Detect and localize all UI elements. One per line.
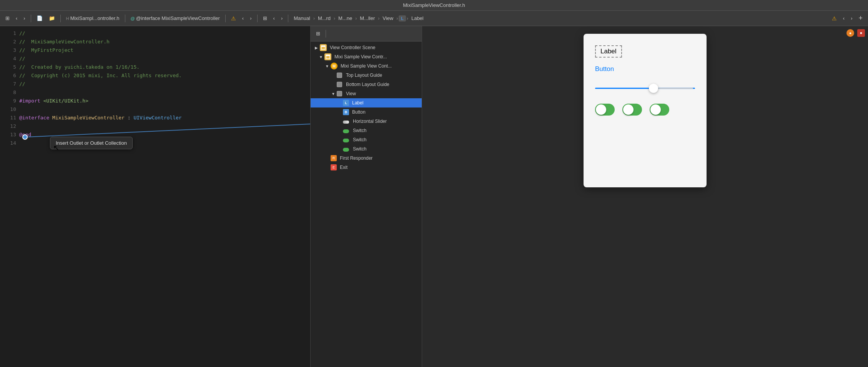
- switch1-icon: [343, 129, 349, 133]
- switch1-row[interactable]: ▶ Switch: [311, 126, 422, 135]
- scene-icon: [320, 44, 327, 51]
- exit-icon: E: [331, 164, 337, 170]
- breadcrumb-nav-next[interactable]: ›: [248, 15, 254, 22]
- folder-btn[interactable]: 📁: [47, 15, 57, 22]
- view-row[interactable]: ▼ View: [311, 89, 422, 98]
- breadcrumb-label[interactable]: Label: [409, 15, 426, 22]
- label-icon: L: [343, 100, 349, 106]
- view-expand-arrow[interactable]: ▼: [331, 91, 336, 96]
- code-line-12: [19, 122, 310, 131]
- controller-inner-icon: M: [331, 63, 338, 69]
- header-file-icon: H: [66, 16, 69, 21]
- slider-thumb: [649, 84, 658, 93]
- preview-area: ● ■ Label Button: [422, 26, 868, 367]
- line-numbers: 12345 678910 11121314: [0, 26, 16, 150]
- scene-expand-arrow[interactable]: ▶: [314, 45, 319, 50]
- button-item-label: Button: [352, 109, 366, 115]
- breadcrumb-mller[interactable]: M...ller: [358, 15, 377, 22]
- switch3-row[interactable]: ▶ Switch: [311, 144, 422, 154]
- breadcrumb-at-interface[interactable]: @ @interface MixiSampleViewController: [128, 15, 222, 22]
- nav-tool-1[interactable]: ⊞: [314, 30, 323, 37]
- toolbar-divider-5: [257, 15, 258, 22]
- code-line-7: //: [19, 80, 310, 88]
- editor-area[interactable]: 12345 678910 11121314 // // MixiSampleVi…: [0, 26, 310, 367]
- label-row[interactable]: ▶ L Label: [311, 98, 422, 107]
- button-row[interactable]: ▶ B Button: [311, 107, 422, 117]
- switch3-icon: [343, 148, 349, 152]
- button-icon: B: [343, 109, 349, 115]
- code-line-4: //: [19, 55, 310, 63]
- outlet-drag-origin[interactable]: [22, 134, 28, 140]
- first-responder-row[interactable]: ▶ R First Responder: [311, 154, 422, 163]
- breadcrumb-mne[interactable]: M...ne: [336, 15, 354, 22]
- warning-icon-left: ⚠: [231, 15, 236, 21]
- title-bar: MixiSampleViewController.h: [0, 0, 868, 11]
- top-layout-row[interactable]: ▶ Top Layout Guide: [311, 71, 422, 80]
- breadcrumb-mrd[interactable]: M...rd: [316, 15, 333, 22]
- bottom-layout-icon: [337, 82, 342, 87]
- bottom-layout-row[interactable]: ▶ Bottom Layout Guide: [311, 80, 422, 89]
- controller-inner-row[interactable]: ▼ M Mixi Sample View Cont...: [311, 61, 422, 71]
- preview-button: Button: [595, 65, 695, 73]
- file-icon-btn[interactable]: 📄: [34, 15, 45, 22]
- code-line-8: [19, 88, 310, 97]
- filename-short: MixiSampl...ontroller.h: [70, 15, 120, 21]
- code-line-10: [19, 105, 310, 114]
- nav-toolbar-divider: [326, 30, 326, 38]
- breadcrumb-l[interactable]: L: [399, 15, 406, 21]
- toolbar-divider-1: [31, 15, 31, 22]
- right-breadcrumb: Manual › M...rd › M...ne › M...ller › Vi…: [291, 15, 828, 22]
- switch2-icon: [343, 139, 349, 142]
- warning-btn-right[interactable]: ⚠: [830, 15, 839, 22]
- warning-btn-left[interactable]: ⚠: [229, 15, 238, 22]
- nav-forward-btn-right[interactable]: ›: [279, 15, 285, 22]
- label-icon-small: L: [401, 16, 404, 21]
- exit-label: Exit: [340, 165, 348, 170]
- controller-inner-arrow[interactable]: ▼: [324, 63, 330, 69]
- view-label: View: [346, 91, 356, 96]
- controller-group-row[interactable]: ▼ Mixi Sample View Contr...: [311, 52, 422, 61]
- nav-next-right[interactable]: ›: [848, 15, 855, 22]
- nav-back-btn-right[interactable]: ‹: [271, 15, 277, 22]
- switch2-row[interactable]: ▶ Switch: [311, 135, 422, 144]
- top-layout-icon: [337, 73, 342, 78]
- breadcrumb-view[interactable]: View: [380, 15, 396, 22]
- slider-row[interactable]: ▶ Horizontal Slider: [311, 117, 422, 126]
- preview-switch-1: [595, 104, 615, 116]
- slider-icon: [343, 121, 349, 124]
- code-line-2: // MixiSampleViewController.h: [19, 38, 310, 46]
- toolbar-divider-4: [225, 15, 226, 22]
- preview-panel: ● ■ Label Button: [422, 26, 868, 367]
- grid-view-btn-right[interactable]: ⊞: [261, 15, 269, 22]
- nav-forward-btn[interactable]: ›: [21, 15, 27, 22]
- code-line-1: //: [19, 29, 310, 38]
- breadcrumb-nav-prev[interactable]: ‹: [240, 15, 246, 22]
- scene-header-row[interactable]: ▶ View Controller Scene: [311, 43, 422, 52]
- outlet-tooltip: Insert Outlet or Outlet Collection: [50, 137, 133, 149]
- view-icon: [337, 91, 342, 96]
- label-item-label: Label: [352, 100, 363, 106]
- nav-tree[interactable]: ▶ View Controller Scene ▼ Mixi Sample Vi…: [311, 41, 422, 367]
- navigator-panel: ⊞ ▶ View Controller Scene ▼ Mixi Sample …: [311, 26, 422, 367]
- iphone-preview: Label Button: [584, 34, 707, 187]
- corner-orange-icon: ●: [846, 29, 854, 37]
- nav-prev-right[interactable]: ‹: [841, 15, 847, 22]
- add-btn[interactable]: +: [856, 13, 865, 23]
- nav-back-btn[interactable]: ‹: [13, 15, 20, 22]
- preview-switch-3: [650, 104, 669, 116]
- preview-switches: [595, 104, 695, 116]
- breadcrumb-manual[interactable]: Manual: [291, 15, 313, 22]
- header-file-btn[interactable]: H MixiSampl...ontroller.h: [64, 15, 122, 22]
- main-toolbar: ⊞ ‹ › 📄 📁 H MixiSampl...ontroller.h @ @i…: [0, 11, 868, 26]
- slider-item-label: Horizontal Slider: [353, 119, 387, 124]
- controller-expand-arrow[interactable]: ▼: [318, 54, 324, 60]
- panel-corner-icons: ● ■: [846, 29, 865, 37]
- grid-view-btn[interactable]: ⊞: [3, 15, 12, 22]
- exit-row[interactable]: ▶ E Exit: [311, 163, 422, 172]
- window-title: MixiSampleViewController.h: [403, 2, 465, 8]
- preview-label: Label: [595, 45, 622, 58]
- code-line-9: #import <UIKit/UIKit.h>: [19, 97, 310, 105]
- code-editor[interactable]: 12345 678910 11121314 // // MixiSampleVi…: [0, 26, 311, 367]
- code-line-5: // Created by yuichi.takeda on 1/16/15.: [19, 63, 310, 71]
- at-interface-icon: @: [131, 16, 135, 21]
